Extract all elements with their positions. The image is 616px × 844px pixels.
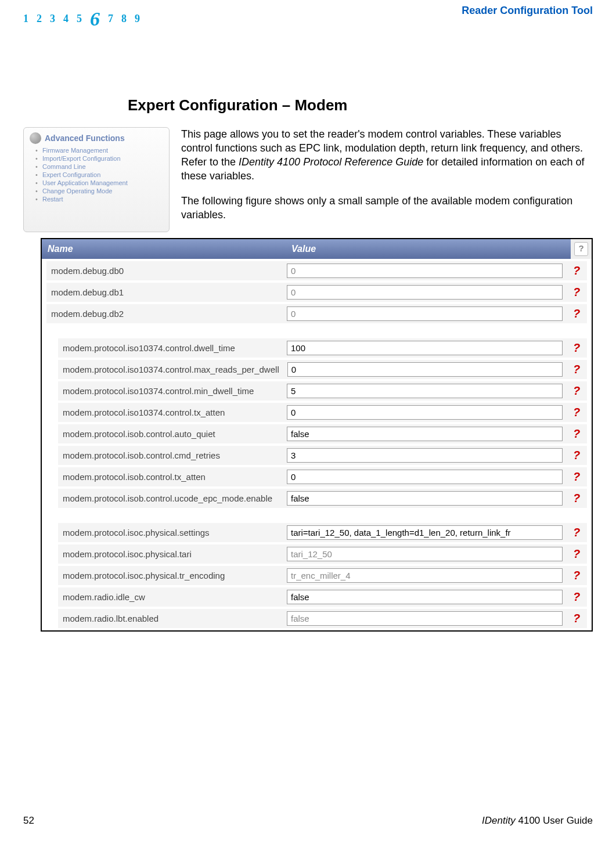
help-icon[interactable]: ? bbox=[573, 547, 580, 561]
help-icon[interactable]: ? bbox=[573, 427, 580, 441]
col-help-header: ? bbox=[571, 239, 592, 259]
gear-icon bbox=[30, 132, 41, 144]
sidebar-item-2[interactable]: Command Line bbox=[42, 163, 163, 171]
config-value-input[interactable] bbox=[287, 525, 563, 540]
config-value-input[interactable] bbox=[287, 427, 563, 441]
chapter-num-3[interactable]: 3 bbox=[50, 13, 55, 25]
config-value-input[interactable] bbox=[287, 448, 563, 463]
config-var-name: modem.protocol.isoc.physical.settings bbox=[58, 524, 283, 541]
config-row: modem.protocol.isoc.physical.settings? bbox=[58, 523, 587, 542]
config-row: modem.protocol.isoc.physical.tari? bbox=[58, 544, 587, 564]
config-var-name: modem.debug.db2 bbox=[46, 305, 283, 322]
section-title: Expert Configuration – Modem bbox=[128, 96, 593, 114]
guide-title-italic: IDentity bbox=[482, 815, 516, 826]
help-icon[interactable]: ? bbox=[573, 590, 580, 604]
advanced-functions-panel: Advanced Functions Firmware ManagementIm… bbox=[23, 127, 170, 233]
config-table-header: Name Value ? bbox=[42, 239, 592, 259]
config-var-name: modem.protocol.isob.control.ucode_epc_mo… bbox=[58, 490, 283, 507]
help-icon[interactable]: ? bbox=[573, 569, 580, 582]
sidebar-title-label: Advanced Functions bbox=[45, 134, 125, 143]
chapter-nav: 123456789 bbox=[23, 5, 140, 27]
col-value-header: Value bbox=[286, 239, 571, 259]
config-value-input bbox=[287, 611, 563, 626]
chapter-num-2[interactable]: 2 bbox=[37, 13, 42, 25]
config-row: modem.protocol.isob.control.auto_quiet? bbox=[58, 424, 587, 443]
config-var-name: modem.protocol.iso10374.control.tx_atten bbox=[58, 404, 283, 421]
chapter-num-1[interactable]: 1 bbox=[23, 13, 28, 25]
config-value-input bbox=[287, 547, 563, 561]
help-icon[interactable]: ? bbox=[573, 612, 580, 625]
help-icon[interactable]: ? bbox=[573, 384, 580, 398]
config-value-input bbox=[287, 264, 563, 278]
config-value-input[interactable] bbox=[287, 384, 563, 398]
sidebar-item-4[interactable]: User Application Management bbox=[42, 179, 163, 187]
reference-guide: IDentity 4100 Protocol Reference Guide bbox=[239, 156, 423, 168]
sidebar-item-0[interactable]: Firmware Management bbox=[42, 146, 163, 154]
config-row: modem.protocol.isob.control.ucode_epc_mo… bbox=[58, 489, 587, 508]
help-icon[interactable]: ? bbox=[573, 526, 580, 539]
help-icon[interactable]: ? bbox=[573, 341, 580, 355]
config-row: modem.radio.lbt.enabled? bbox=[58, 609, 587, 628]
page-number: 52 bbox=[23, 815, 34, 827]
config-value-input[interactable] bbox=[287, 590, 563, 604]
config-row: modem.protocol.isob.control.tx_atten? bbox=[58, 467, 587, 486]
config-var-name: modem.debug.db0 bbox=[46, 262, 283, 279]
config-var-name: modem.protocol.isob.control.cmd_retries bbox=[58, 447, 283, 464]
config-var-name: modem.radio.lbt.enabled bbox=[58, 610, 283, 627]
config-value-input bbox=[287, 306, 563, 321]
col-name-header: Name bbox=[42, 239, 286, 259]
body-text: This page allows you to set the reader's… bbox=[181, 127, 593, 233]
chapter-num-6[interactable]: 6 bbox=[90, 8, 100, 30]
config-var-name: modem.protocol.isob.control.tx_atten bbox=[58, 468, 283, 485]
config-value-input[interactable] bbox=[287, 362, 563, 377]
config-row: modem.protocol.iso10374.control.max_read… bbox=[58, 360, 587, 379]
config-row: modem.protocol.isoc.physical.tr_encoding… bbox=[58, 566, 587, 585]
config-value-input bbox=[287, 568, 563, 583]
help-icon[interactable]: ? bbox=[573, 363, 580, 376]
config-value-input[interactable] bbox=[287, 470, 563, 484]
config-var-name: modem.protocol.iso10374.control.min_dwel… bbox=[58, 383, 283, 399]
config-value-input[interactable] bbox=[287, 341, 563, 355]
config-var-name: modem.protocol.isoc.physical.tr_encoding bbox=[58, 567, 283, 584]
help-icon[interactable]: ? bbox=[573, 406, 580, 419]
para2: The following figure shows only a small … bbox=[181, 194, 593, 222]
config-value-input[interactable] bbox=[287, 405, 563, 420]
chapter-num-5[interactable]: 5 bbox=[77, 13, 82, 25]
config-row: modem.protocol.iso10374.control.tx_atten… bbox=[58, 403, 587, 422]
config-row: modem.radio.idle_cw? bbox=[58, 587, 587, 607]
config-var-name: modem.protocol.isob.control.auto_quiet bbox=[58, 425, 283, 442]
help-icon[interactable]: ? bbox=[573, 492, 580, 505]
config-row: modem.protocol.iso10374.control.min_dwel… bbox=[58, 381, 587, 401]
config-var-name: modem.protocol.isoc.physical.tari bbox=[58, 546, 283, 562]
config-row: modem.debug.db0? bbox=[46, 261, 587, 280]
guide-title-rest: 4100 User Guide bbox=[516, 815, 593, 826]
config-table: Name Value ? modem.debug.db0?modem.debug… bbox=[41, 238, 593, 632]
config-value-input bbox=[287, 285, 563, 300]
help-column-icon: ? bbox=[574, 242, 588, 256]
help-icon[interactable]: ? bbox=[573, 264, 580, 277]
chapter-num-7[interactable]: 7 bbox=[108, 13, 113, 25]
config-var-name: modem.protocol.iso10374.control.max_read… bbox=[58, 361, 284, 378]
config-var-name: modem.radio.idle_cw bbox=[58, 589, 283, 605]
config-row: modem.debug.db2? bbox=[46, 304, 587, 323]
help-icon[interactable]: ? bbox=[573, 286, 580, 299]
sidebar-item-3[interactable]: Expert Configuration bbox=[42, 171, 163, 179]
sidebar-title: Advanced Functions bbox=[30, 132, 163, 144]
help-icon[interactable]: ? bbox=[573, 470, 580, 484]
config-var-name: modem.debug.db1 bbox=[46, 284, 283, 301]
help-icon[interactable]: ? bbox=[573, 449, 580, 462]
sidebar-item-5[interactable]: Change Operating Mode bbox=[42, 187, 163, 195]
config-value-input[interactable] bbox=[287, 491, 563, 506]
config-row: modem.protocol.isob.control.cmd_retries? bbox=[58, 446, 587, 465]
config-row: modem.debug.db1? bbox=[46, 283, 587, 302]
guide-title: IDentity 4100 User Guide bbox=[482, 815, 593, 827]
sidebar-item-6[interactable]: Restart bbox=[42, 195, 163, 203]
config-row: modem.protocol.iso10374.control.dwell_ti… bbox=[58, 338, 587, 358]
chapter-num-4[interactable]: 4 bbox=[63, 13, 69, 25]
help-icon[interactable]: ? bbox=[573, 307, 580, 320]
chapter-num-9[interactable]: 9 bbox=[135, 13, 140, 25]
sidebar-item-1[interactable]: Import/Export Configuration bbox=[42, 154, 163, 163]
config-var-name: modem.protocol.iso10374.control.dwell_ti… bbox=[58, 340, 283, 356]
page-header-right: Reader Configuration Tool bbox=[462, 5, 593, 17]
chapter-num-8[interactable]: 8 bbox=[121, 13, 127, 25]
